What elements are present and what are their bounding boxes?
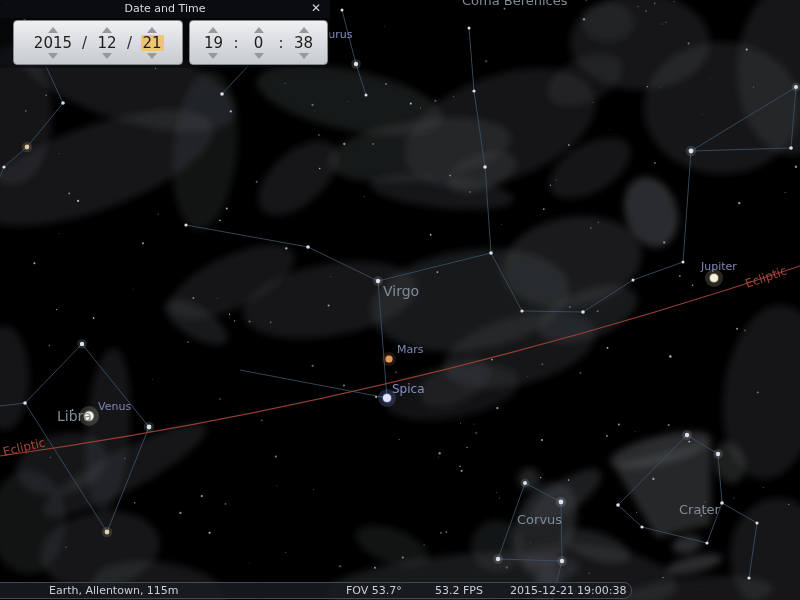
field-star <box>372 143 374 145</box>
field-star <box>795 166 797 168</box>
field-star <box>420 108 421 109</box>
field-star <box>660 87 661 88</box>
jupiter-label: Jupiter <box>700 260 737 273</box>
field-star <box>709 440 710 441</box>
second-increment-button[interactable] <box>299 27 309 33</box>
field-star <box>275 456 277 458</box>
hour-increment-button[interactable] <box>208 27 218 33</box>
field-star <box>606 435 608 437</box>
field-star <box>663 241 665 243</box>
field-star <box>311 104 313 106</box>
field-star <box>25 110 27 112</box>
second-decrement-button[interactable] <box>299 53 309 59</box>
field-star <box>701 589 702 590</box>
dialog-titlebar[interactable]: Date and Time ✕ <box>0 0 330 18</box>
field-star <box>50 457 51 458</box>
field-star <box>187 341 189 343</box>
field-star <box>580 372 582 374</box>
minute-decrement-button[interactable] <box>254 53 264 59</box>
field-star <box>645 10 647 12</box>
field-star <box>339 565 341 567</box>
star <box>25 145 30 150</box>
time-spinbox-panel: 19 : 0 : 38 <box>189 20 328 65</box>
field-star <box>343 384 345 386</box>
day-decrement-button[interactable] <box>147 53 157 59</box>
field-star <box>501 224 502 225</box>
date-spinbox-panel: 2015 / 12 / 21 <box>13 20 183 65</box>
field-star <box>385 83 387 85</box>
day-spinner: 21 <box>137 27 167 59</box>
star <box>23 401 27 405</box>
hour-decrement-button[interactable] <box>208 53 218 59</box>
field-star <box>543 208 545 210</box>
field-star <box>744 329 746 331</box>
field-star <box>654 3 656 5</box>
field-star <box>434 100 436 102</box>
star <box>685 433 689 437</box>
field-star <box>410 103 412 105</box>
field-star <box>430 234 432 236</box>
star <box>2 165 5 168</box>
spica-label: Spica <box>392 382 425 396</box>
star <box>632 279 635 282</box>
field-star <box>209 532 211 534</box>
star <box>689 149 694 154</box>
day-field[interactable]: 21 <box>141 35 164 51</box>
field-star <box>392 336 393 337</box>
minute-increment-button[interactable] <box>254 27 264 33</box>
status-date-label: 2015-12-21 <box>510 584 574 597</box>
field-star <box>598 221 600 223</box>
field-star <box>550 185 551 186</box>
field-star <box>459 466 461 468</box>
field-star <box>134 502 135 503</box>
field-star <box>234 320 235 321</box>
month-field[interactable]: 12 <box>97 35 116 51</box>
star <box>354 62 358 66</box>
field-star <box>77 200 79 202</box>
close-icon[interactable]: ✕ <box>309 0 323 18</box>
mars-label: Mars <box>397 343 424 356</box>
virgo-label: Virgo <box>383 283 419 299</box>
star <box>640 525 643 528</box>
star <box>489 251 493 255</box>
field-star <box>375 396 377 398</box>
field-star <box>330 276 331 277</box>
field-star <box>618 424 620 426</box>
fov-label: FOV 53.7° <box>346 584 402 597</box>
field-star <box>157 213 158 214</box>
year-increment-button[interactable] <box>48 27 58 33</box>
field-star <box>662 577 663 578</box>
spica <box>383 394 391 402</box>
field-star <box>438 457 439 458</box>
field-star <box>318 134 320 136</box>
field-star <box>59 233 60 234</box>
field-star <box>364 196 365 197</box>
field-star <box>93 317 95 319</box>
year-decrement-button[interactable] <box>48 53 58 59</box>
month-increment-button[interactable] <box>102 27 112 33</box>
star <box>184 223 187 226</box>
field-star <box>530 542 531 543</box>
field-star <box>785 192 786 193</box>
month-decrement-button[interactable] <box>102 53 112 59</box>
star <box>376 279 380 283</box>
star <box>755 521 758 524</box>
field-star <box>438 452 440 454</box>
second-field[interactable]: 38 <box>294 35 313 51</box>
minute-field[interactable]: 0 <box>254 35 264 51</box>
field-star <box>491 359 493 361</box>
field-star <box>499 498 500 499</box>
field-star <box>33 262 35 264</box>
field-star <box>276 485 277 486</box>
field-star <box>152 379 153 380</box>
hour-field[interactable]: 19 <box>204 35 223 51</box>
sky-view[interactable]: VirgoLibraCorvusCraterComa BerenicesMars… <box>0 0 800 600</box>
field-star <box>637 6 638 7</box>
star <box>365 94 368 97</box>
year-field[interactable]: 2015 <box>34 35 72 51</box>
star <box>705 541 708 544</box>
field-star <box>226 207 228 209</box>
day-increment-button[interactable] <box>147 27 157 33</box>
crater-label: Crater <box>679 502 720 517</box>
field-star <box>702 114 703 115</box>
